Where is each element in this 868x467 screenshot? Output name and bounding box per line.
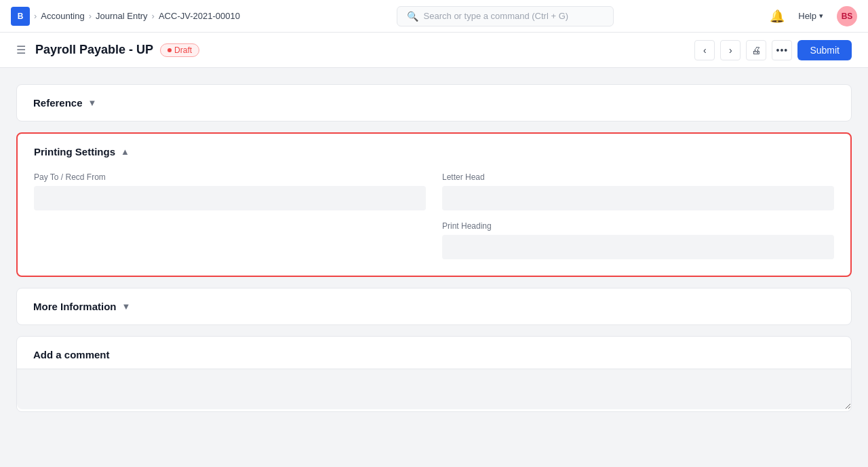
printing-settings-title: Printing Settings — [34, 146, 115, 157]
page-title: Payroll Payable - UP — [35, 43, 153, 57]
breadcrumb-accounting[interactable]: Accounting — [41, 11, 84, 21]
search-area: 🔍 Search or type a command (Ctrl + G) — [240, 6, 770, 26]
pay-to-group: Pay To / Recd From — [34, 172, 426, 259]
notification-icon[interactable]: 🔔 — [770, 9, 785, 24]
more-information-chevron-icon: ▼ — [122, 301, 131, 312]
comment-input[interactable] — [17, 369, 851, 409]
letter-head-label: Letter Head — [442, 172, 834, 182]
breadcrumb-sep-1: › — [34, 11, 37, 21]
comment-section: Add a comment — [16, 336, 852, 412]
reference-title: Reference — [33, 97, 83, 109]
breadcrumb-area: B › Accounting › Journal Entry › ACC-JV-… — [11, 7, 240, 26]
top-navigation: B › Accounting › Journal Entry › ACC-JV-… — [0, 0, 868, 33]
comment-header: Add a comment — [17, 337, 851, 369]
comment-title: Add a comment — [33, 349, 110, 360]
help-chevron-icon: ▾ — [819, 12, 823, 20]
reference-header[interactable]: Reference ▼ — [17, 85, 851, 121]
nav-actions: 🔔 Help ▾ BS — [770, 6, 857, 26]
printing-settings-header[interactable]: Printing Settings ▲ — [18, 134, 850, 170]
printing-settings-chevron-icon: ▲ — [121, 147, 130, 157]
page-header-right: ‹ › 🖨 ••• Submit — [694, 40, 852, 60]
help-button[interactable]: Help ▾ — [793, 8, 829, 24]
status-dot — [167, 48, 172, 52]
page-header: ☰ Payroll Payable - UP Draft ‹ › 🖨 ••• S… — [0, 33, 868, 68]
app-icon[interactable]: B — [11, 7, 30, 26]
prev-button[interactable]: ‹ — [694, 40, 715, 60]
status-badge: Draft — [160, 43, 199, 57]
right-column: Letter Head Print Heading — [442, 172, 834, 259]
more-information-section: More Information ▼ — [16, 288, 852, 325]
more-information-header[interactable]: More Information ▼ — [17, 288, 851, 324]
search-placeholder-text: Search or type a command (Ctrl + G) — [424, 11, 569, 21]
print-heading-group: Print Heading — [442, 221, 834, 259]
print-button[interactable]: 🖨 — [746, 40, 766, 60]
printing-settings-row: Pay To / Recd From Letter Head Print Hea… — [34, 172, 834, 259]
print-heading-label: Print Heading — [442, 221, 834, 231]
printing-settings-section: Printing Settings ▲ Pay To / Recd From L… — [16, 132, 852, 277]
status-label: Draft — [174, 45, 192, 55]
letter-head-group: Letter Head — [442, 172, 834, 210]
reference-chevron-icon: ▼ — [88, 98, 97, 108]
reference-section: Reference ▼ — [16, 84, 852, 122]
search-bar[interactable]: 🔍 Search or type a command (Ctrl + G) — [397, 6, 614, 26]
printing-settings-body: Pay To / Recd From Letter Head Print Hea… — [18, 170, 850, 276]
breadcrumb-journal-entry[interactable]: Journal Entry — [96, 11, 148, 21]
more-options-button[interactable]: ••• — [772, 40, 792, 60]
breadcrumb-current: ACC-JV-2021-00010 — [159, 11, 240, 21]
letter-head-input[interactable] — [442, 186, 834, 210]
avatar[interactable]: BS — [837, 6, 857, 26]
main-content: Reference ▼ Printing Settings ▲ Pay To /… — [0, 68, 868, 428]
breadcrumb-sep-2: › — [89, 11, 92, 21]
hamburger-icon[interactable]: ☰ — [16, 43, 26, 56]
more-information-title: More Information — [33, 301, 117, 312]
print-heading-input[interactable] — [442, 235, 834, 259]
breadcrumb-sep-3: › — [152, 11, 155, 21]
next-button[interactable]: › — [720, 40, 741, 60]
page-header-left: ☰ Payroll Payable - UP Draft — [16, 43, 199, 57]
search-icon: 🔍 — [407, 11, 418, 22]
pay-to-label: Pay To / Recd From — [34, 172, 426, 182]
pay-to-input[interactable] — [34, 186, 426, 210]
submit-button[interactable]: Submit — [797, 40, 852, 60]
help-label: Help — [798, 11, 816, 21]
